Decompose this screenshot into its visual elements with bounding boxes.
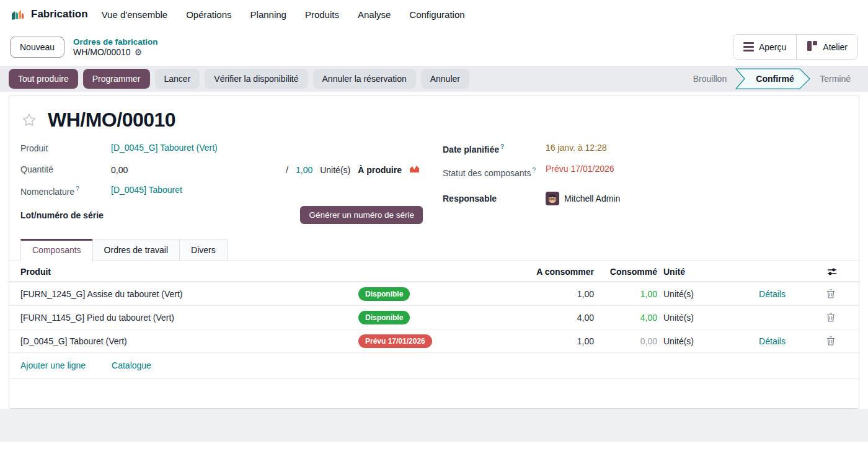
app-menu[interactable]: Fabrication xyxy=(10,6,88,23)
produce-all-button[interactable]: Tout produire xyxy=(9,69,78,89)
catalog-link[interactable]: Catalogue xyxy=(112,360,151,370)
responsible-label: Responsable xyxy=(443,193,546,203)
quantity-producing-field[interactable]: 0,00 xyxy=(111,165,128,175)
planned-date-value[interactable]: 16 janv. à 12:28 xyxy=(546,143,607,153)
svg-text:Confirmé: Confirmé xyxy=(756,74,794,84)
tab-misc[interactable]: Divers xyxy=(179,239,228,261)
field-column-right: Date planifiée? 16 janv. à 12:28 Statut … xyxy=(443,143,848,233)
table-row: [D_0045_G] Tabouret (Vert) Prévu 17/01/2… xyxy=(9,329,859,353)
table-footer: Ajouter une ligne Catalogue xyxy=(9,353,859,379)
gear-icon[interactable]: ⚙ xyxy=(135,47,143,58)
responsible-value[interactable]: Mitchell Admin xyxy=(564,194,620,203)
details-link[interactable]: Détails xyxy=(759,336,786,346)
breadcrumb: Ordres de fabrication WH/MO/00010 ⚙ xyxy=(73,37,158,58)
breadcrumb-current: WH/MO/00010 xyxy=(73,47,131,58)
cancel-button[interactable]: Annuler xyxy=(421,69,469,89)
header-consumed: Consommé xyxy=(594,267,657,277)
bom-value-link[interactable]: [D_0045] Tabouret xyxy=(111,185,182,195)
product-label: Produit xyxy=(20,143,111,153)
row-product[interactable]: [D_0045_G] Tabouret (Vert) xyxy=(20,336,358,346)
to-produce-suffix: À produire xyxy=(358,165,402,175)
generate-serial-button[interactable]: Générer un numéro de série xyxy=(300,206,423,224)
action-buttons: Tout produire Programmer Lancer Vérifier… xyxy=(9,69,469,89)
status-badge: Disponible xyxy=(358,311,410,324)
row-uom: Unité(s) xyxy=(657,313,718,323)
avatar xyxy=(546,192,559,205)
notebook-tabs: Composants Ordres de travail Divers xyxy=(9,239,859,261)
schedule-button[interactable]: Programmer xyxy=(83,69,150,89)
menu-configuration[interactable]: Configuration xyxy=(409,9,464,20)
quantity-uom: Unité(s) xyxy=(320,165,350,175)
status-badge: Prévu 17/01/2026 xyxy=(358,334,432,348)
tab-workorders[interactable]: Ordres de travail xyxy=(92,239,180,261)
details-link[interactable]: Détails xyxy=(759,289,786,299)
header-to-consume: A consommer xyxy=(464,267,594,277)
view-switcher: Aperçu Atelier xyxy=(733,34,858,60)
delete-row-icon[interactable] xyxy=(826,336,854,346)
row-product[interactable]: [FURN_1145_G] Pied du tabouret (Vert) xyxy=(20,313,358,323)
components-status-help-icon: ? xyxy=(532,167,536,174)
components-status-label: Statut des composants? xyxy=(443,164,546,179)
quantity-to-produce-link[interactable]: 1,00 xyxy=(296,165,312,175)
page-background xyxy=(0,409,868,442)
menu-operations[interactable]: Opérations xyxy=(186,9,231,20)
field-column-left: Produit [D_0045_G] Tabouret (Vert) Quant… xyxy=(20,143,425,233)
forecast-chart-icon[interactable] xyxy=(409,164,420,176)
state-draft[interactable]: Brouillon xyxy=(684,74,735,84)
kanban-icon xyxy=(807,40,818,53)
row-to-consume[interactable]: 1,00 xyxy=(464,336,594,346)
delete-row-icon[interactable] xyxy=(826,313,854,322)
form-sheet: WH/MO/00010 Produit [D_0045_G] Tabouret … xyxy=(9,96,859,409)
breadcrumb-parent-link[interactable]: Ordres de fabrication xyxy=(73,37,158,47)
record-title: WH/MO/00010 xyxy=(48,109,175,132)
planned-date-help-icon: ? xyxy=(500,143,504,150)
row-consumed[interactable]: 1,00 xyxy=(594,289,657,299)
header-product: Produit xyxy=(20,267,358,277)
menu-planning[interactable]: Planning xyxy=(250,9,286,20)
overview-view-button[interactable]: Aperçu xyxy=(733,35,796,59)
tab-components[interactable]: Composants xyxy=(20,239,93,261)
unreserve-button[interactable]: Annuler la réservation xyxy=(313,69,416,89)
menu-analysis[interactable]: Analyse xyxy=(358,9,391,20)
components-table: Produit A consommer Consommé Unité [FURN… xyxy=(9,261,859,379)
components-status-value: Prévu 17/01/2026 xyxy=(546,164,614,174)
delete-row-icon[interactable] xyxy=(826,289,854,298)
check-availability-button[interactable]: Vérifier la disponibilité xyxy=(205,69,308,89)
overview-view-label: Aperçu xyxy=(759,42,786,52)
shopfloor-view-button[interactable]: Atelier xyxy=(796,35,857,59)
quantity-label: Quantité xyxy=(20,164,111,174)
table-header-row: Produit A consommer Consommé Unité xyxy=(9,261,859,282)
row-to-consume[interactable]: 1,00 xyxy=(464,289,594,299)
table-row: [FURN_1245_G] Assise du tabouret (Vert) … xyxy=(9,282,859,306)
shopfloor-view-label: Atelier xyxy=(823,42,848,52)
state-confirmed[interactable]: Confirmé xyxy=(735,68,811,89)
bom-label: Nomenclature? xyxy=(20,185,111,197)
top-navbar: Fabrication Vue d'ensemble Opérations Pl… xyxy=(0,0,868,29)
table-row: [FURN_1145_G] Pied du tabouret (Vert) Di… xyxy=(9,306,859,329)
start-button[interactable]: Lancer xyxy=(155,69,200,89)
manufacturing-app-icon xyxy=(10,6,25,23)
new-button[interactable]: Nouveau xyxy=(10,37,64,58)
quantity-separator: / xyxy=(286,165,288,175)
state-done[interactable]: Terminé xyxy=(811,74,859,84)
add-line-link[interactable]: Ajouter une ligne xyxy=(20,360,86,370)
main-content: WH/MO/00010 Produit [D_0045_G] Tabouret … xyxy=(0,92,868,442)
row-consumed[interactable]: 4,00 xyxy=(594,313,657,323)
header-uom: Unité xyxy=(657,267,718,277)
row-to-consume[interactable]: 4,00 xyxy=(464,313,594,323)
nav-menus: Vue d'ensemble Opérations Planning Produ… xyxy=(102,9,465,20)
bom-help-icon: ? xyxy=(76,185,79,192)
planned-date-label: Date planifiée? xyxy=(443,143,546,154)
list-icon xyxy=(743,42,754,52)
row-uom: Unité(s) xyxy=(657,336,718,346)
statusbar: Tout produire Programmer Lancer Vérifier… xyxy=(0,66,868,92)
menu-overview[interactable]: Vue d'ensemble xyxy=(102,9,168,20)
lot-label: Lot/numéro de série xyxy=(20,210,111,220)
row-product[interactable]: [FURN_1245_G] Assise du tabouret (Vert) xyxy=(20,289,358,299)
favorite-star-icon[interactable] xyxy=(20,112,38,129)
product-value-link[interactable]: [D_0045_G] Tabouret (Vert) xyxy=(111,143,218,153)
menu-products[interactable]: Produits xyxy=(305,9,339,20)
row-consumed[interactable]: 0,00 xyxy=(594,336,657,346)
control-panel: Nouveau Ordres de fabrication WH/MO/0001… xyxy=(0,29,868,66)
optional-columns-icon[interactable] xyxy=(826,267,854,277)
